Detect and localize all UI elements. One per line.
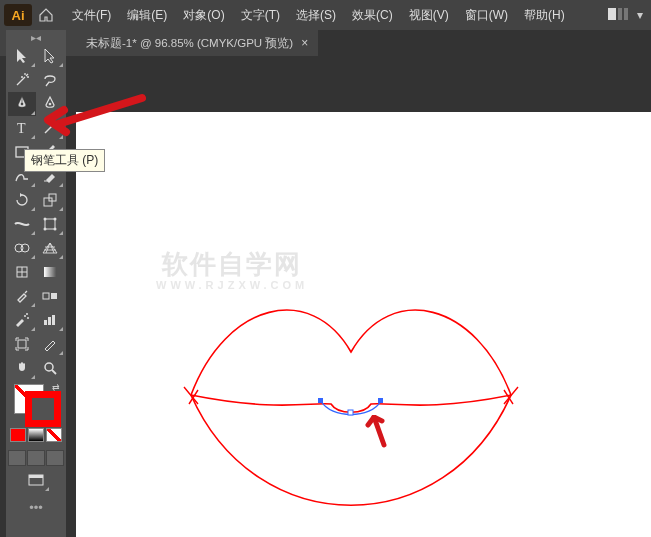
annotation-arrow-inner bbox=[364, 415, 394, 455]
document-tabbar: 未标题-1* @ 96.85% (CMYK/GPU 预览) × bbox=[76, 30, 651, 56]
menu-select[interactable]: 选择(S) bbox=[290, 3, 342, 28]
chevron-down-icon[interactable]: ▾ bbox=[633, 8, 647, 22]
menu-help[interactable]: 帮助(H) bbox=[518, 3, 571, 28]
drawing-lips bbox=[76, 112, 651, 537]
fill-stroke-swatch[interactable]: ⇄ bbox=[14, 384, 58, 424]
menu-type[interactable]: 文字(T) bbox=[235, 3, 286, 28]
svg-rect-2 bbox=[618, 8, 622, 20]
free-transform-tool[interactable] bbox=[36, 212, 64, 236]
document-tab-title: 未标题-1* @ 96.85% (CMYK/GPU 预览) bbox=[86, 36, 293, 51]
type-tool[interactable]: T bbox=[8, 116, 36, 140]
svg-point-16 bbox=[54, 218, 57, 221]
artboard-tool[interactable] bbox=[8, 332, 36, 356]
direct-selection-tool[interactable] bbox=[36, 44, 64, 68]
menu-view[interactable]: 视图(V) bbox=[403, 3, 455, 28]
menu-file[interactable]: 文件(F) bbox=[66, 3, 117, 28]
mesh-tool[interactable] bbox=[8, 260, 36, 284]
color-swatch-area: ⇄ ••• bbox=[2, 380, 70, 519]
layout-switcher-icon[interactable] bbox=[607, 6, 629, 24]
svg-point-15 bbox=[44, 218, 47, 221]
svg-rect-33 bbox=[18, 340, 26, 348]
color-mode-row bbox=[10, 428, 62, 442]
svg-rect-5 bbox=[348, 410, 353, 415]
screen-mode-tool[interactable] bbox=[22, 470, 50, 492]
zoom-tool[interactable] bbox=[36, 356, 64, 380]
svg-rect-3 bbox=[624, 8, 628, 20]
draw-normal[interactable] bbox=[8, 450, 26, 466]
menu-object[interactable]: 对象(O) bbox=[177, 3, 230, 28]
canvas[interactable]: 软件自学网 WWW.RJZXW.COM bbox=[76, 112, 651, 537]
rotate-tool[interactable] bbox=[8, 188, 36, 212]
swap-fill-stroke-icon[interactable]: ⇄ bbox=[52, 382, 60, 392]
toolbar-grip-icon[interactable]: ▸◂ bbox=[31, 34, 41, 42]
svg-point-29 bbox=[26, 313, 28, 315]
svg-point-20 bbox=[21, 244, 29, 252]
svg-rect-25 bbox=[43, 293, 49, 299]
svg-rect-30 bbox=[44, 320, 47, 325]
svg-point-27 bbox=[24, 315, 26, 317]
color-mode-gradient[interactable] bbox=[28, 428, 44, 442]
svg-rect-6 bbox=[378, 398, 383, 403]
hand-tool[interactable] bbox=[8, 356, 36, 380]
close-icon[interactable]: × bbox=[301, 36, 308, 50]
color-mode-none[interactable] bbox=[46, 428, 62, 442]
draw-behind[interactable] bbox=[27, 450, 45, 466]
annotation-arrow-pen-tool bbox=[42, 92, 152, 152]
stroke-swatch[interactable] bbox=[28, 394, 58, 424]
svg-rect-37 bbox=[29, 475, 43, 478]
edit-toolbar-icon[interactable]: ••• bbox=[29, 500, 43, 515]
tooltip-pen-tool: 钢笔工具 (P) bbox=[24, 149, 105, 172]
home-icon[interactable] bbox=[36, 5, 56, 25]
svg-point-28 bbox=[27, 317, 29, 319]
pen-tool[interactable] bbox=[8, 92, 36, 116]
app-icon: Ai bbox=[4, 4, 32, 26]
column-graph-tool[interactable] bbox=[36, 308, 64, 332]
svg-rect-4 bbox=[318, 398, 323, 403]
magic-wand-tool[interactable] bbox=[8, 68, 36, 92]
color-mode-solid[interactable] bbox=[10, 428, 26, 442]
shape-builder-tool[interactable] bbox=[8, 236, 36, 260]
symbol-sprayer-tool[interactable] bbox=[8, 308, 36, 332]
blend-tool[interactable] bbox=[36, 284, 64, 308]
scale-tool[interactable] bbox=[36, 188, 64, 212]
draw-inside[interactable] bbox=[46, 450, 64, 466]
lasso-tool[interactable] bbox=[36, 68, 64, 92]
svg-line-35 bbox=[52, 370, 56, 374]
svg-rect-26 bbox=[51, 293, 57, 299]
svg-point-18 bbox=[54, 228, 57, 231]
menu-edit[interactable]: 编辑(E) bbox=[121, 3, 173, 28]
svg-rect-31 bbox=[48, 317, 51, 325]
menu-window[interactable]: 窗口(W) bbox=[459, 3, 514, 28]
svg-rect-24 bbox=[44, 267, 56, 277]
svg-rect-14 bbox=[45, 219, 55, 229]
slice-tool[interactable] bbox=[36, 332, 64, 356]
svg-point-34 bbox=[45, 363, 53, 371]
draw-mode-row bbox=[8, 450, 64, 466]
gradient-tool[interactable] bbox=[36, 260, 64, 284]
menubar: Ai 文件(F) 编辑(E) 对象(O) 文字(T) 选择(S) 效果(C) 视… bbox=[0, 0, 651, 30]
svg-text:T: T bbox=[17, 121, 26, 135]
menu-effect[interactable]: 效果(C) bbox=[346, 3, 399, 28]
svg-point-17 bbox=[44, 228, 47, 231]
svg-rect-32 bbox=[52, 315, 55, 325]
document-tab[interactable]: 未标题-1* @ 96.85% (CMYK/GPU 预览) × bbox=[76, 30, 318, 56]
svg-rect-12 bbox=[44, 198, 52, 206]
eyedropper-tool[interactable] bbox=[8, 284, 36, 308]
selection-tool[interactable] bbox=[8, 44, 36, 68]
svg-rect-1 bbox=[608, 8, 616, 20]
perspective-grid-tool[interactable] bbox=[36, 236, 64, 260]
width-tool[interactable] bbox=[8, 212, 36, 236]
